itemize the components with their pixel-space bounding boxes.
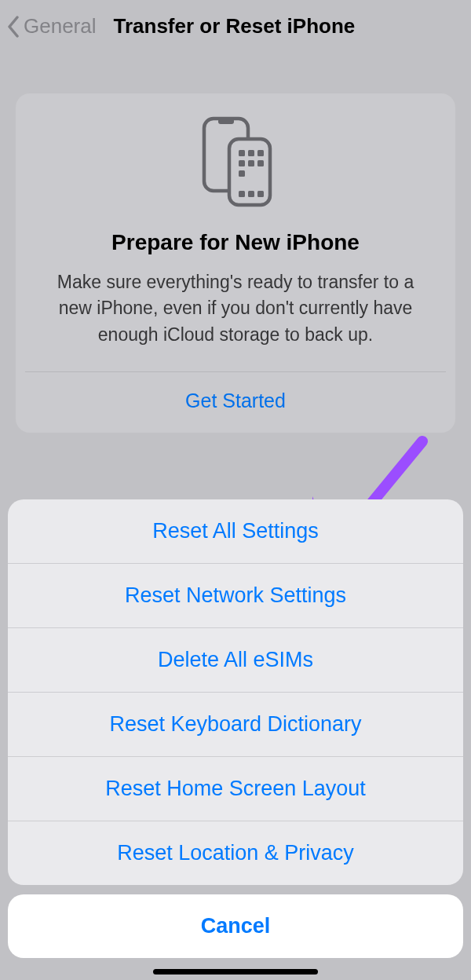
svg-rect-1 bbox=[218, 119, 234, 124]
reset-all-settings-option[interactable]: Reset All Settings bbox=[8, 499, 463, 564]
svg-rect-5 bbox=[257, 150, 264, 156]
svg-rect-8 bbox=[257, 160, 264, 166]
svg-rect-6 bbox=[239, 160, 245, 166]
reset-location-privacy-option[interactable]: Reset Location & Privacy bbox=[8, 821, 463, 885]
action-sheet-options: Reset All Settings Reset Network Setting… bbox=[8, 499, 463, 885]
back-label[interactable]: General bbox=[24, 14, 97, 38]
get-started-button[interactable]: Get Started bbox=[16, 372, 455, 433]
home-indicator[interactable] bbox=[153, 969, 318, 975]
page-title: Transfer or Reset iPhone bbox=[114, 14, 356, 38]
svg-rect-12 bbox=[257, 191, 264, 197]
svg-rect-4 bbox=[248, 150, 254, 156]
svg-rect-9 bbox=[239, 170, 245, 177]
reset-keyboard-dictionary-option[interactable]: Reset Keyboard Dictionary bbox=[8, 693, 463, 757]
svg-rect-11 bbox=[248, 191, 254, 197]
back-chevron-icon[interactable] bbox=[6, 15, 20, 38]
nav-bar: General Transfer or Reset iPhone bbox=[0, 0, 471, 53]
action-sheet: Reset All Settings Reset Network Setting… bbox=[8, 499, 463, 958]
svg-rect-7 bbox=[248, 160, 254, 166]
cancel-button[interactable]: Cancel bbox=[8, 894, 463, 958]
card-description: Make sure everything's ready to transfer… bbox=[16, 269, 455, 348]
svg-rect-3 bbox=[239, 150, 245, 156]
card-title: Prepare for New iPhone bbox=[16, 230, 455, 255]
reset-home-screen-layout-option[interactable]: Reset Home Screen Layout bbox=[8, 757, 463, 821]
two-phones-icon bbox=[16, 115, 455, 208]
prepare-card: Prepare for New iPhone Make sure everyth… bbox=[16, 93, 455, 433]
delete-all-esims-option[interactable]: Delete All eSIMs bbox=[8, 628, 463, 693]
svg-rect-10 bbox=[239, 191, 245, 197]
reset-network-settings-option[interactable]: Reset Network Settings bbox=[8, 564, 463, 628]
